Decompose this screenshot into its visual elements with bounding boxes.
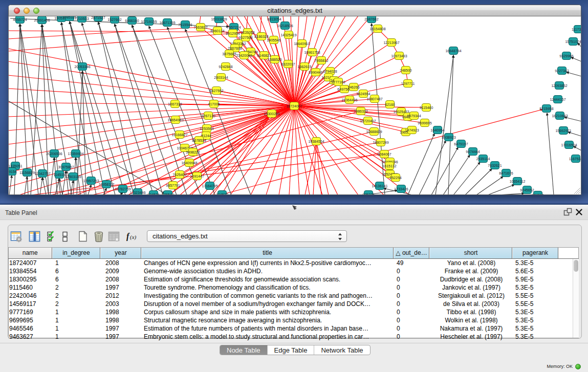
svg-text:3498222: 3498222 [186,150,200,154]
svg-text:8471676: 8471676 [499,171,513,175]
svg-text:17164785: 17164785 [202,184,217,188]
svg-text:8960124: 8960124 [210,29,224,33]
svg-text:2803144: 2803144 [214,76,228,79]
svg-text:19166827: 19166827 [171,133,187,137]
svg-text:f: f [126,232,130,241]
svg-text:9115460: 9115460 [420,106,433,110]
svg-text:19384554: 19384554 [308,140,324,143]
svg-text:9777169: 9777169 [331,80,345,84]
svg-text:8938923: 8938923 [442,136,455,139]
svg-text:1297711: 1297711 [401,82,415,85]
svg-text:16154808: 16154808 [369,27,385,31]
svg-text:39154: 39154 [8,170,17,173]
svg-text:17016504: 17016504 [561,143,577,147]
svg-text:10654112: 10654112 [510,180,526,183]
svg-text:8322037: 8322037 [281,62,295,66]
svg-text:1362615: 1362615 [297,65,311,69]
svg-text:18724007: 18724007 [286,104,302,108]
svg-text:10719155: 10719155 [141,20,157,24]
svg-text:9474444: 9474444 [466,150,480,154]
svg-text:30975867: 30975867 [58,165,74,169]
svg-text:7663822: 7663822 [193,26,207,29]
svg-text:20206536: 20206536 [46,152,62,156]
svg-text:20691406: 20691406 [34,18,50,22]
svg-text:(x): (x) [130,234,137,240]
svg-text:15751074: 15751074 [565,40,581,43]
svg-text:9227342: 9227342 [555,69,569,73]
svg-text:7515546: 7515546 [178,23,192,27]
svg-text:8912954: 8912954 [226,32,239,35]
svg-text:3875685: 3875685 [222,52,236,56]
svg-text:12444157: 12444157 [550,98,565,101]
svg-text:20053346: 20053346 [74,65,90,69]
svg-text:8678533: 8678533 [192,139,206,142]
svg-text:10958117: 10958117 [99,183,115,186]
svg-text:1527602: 1527602 [107,18,121,21]
svg-text:19300285: 19300285 [264,112,279,116]
svg-text:7632621: 7632621 [488,164,502,167]
svg-text:2687682: 2687682 [364,17,378,21]
svg-text:15692971: 15692971 [555,129,571,133]
svg-text:6466160: 6466160 [125,19,139,23]
svg-text:1167534: 1167534 [569,157,581,161]
svg-text:18640910: 18640910 [294,42,310,46]
svg-text:1117342: 1117342 [572,28,581,31]
svg-text:18807249: 18807249 [373,141,388,144]
svg-text:62160: 62160 [385,103,395,106]
svg-text:14325419: 14325419 [280,33,296,37]
svg-text:17957253: 17957253 [83,179,99,183]
svg-text:6479197: 6479197 [454,142,468,146]
svg-text:9699695: 9699695 [418,121,431,125]
svg-text:1691447: 1691447 [190,174,204,178]
svg-text:9242848: 9242848 [219,65,232,69]
svg-text:8990448: 8990448 [309,71,322,74]
svg-text:19218506: 19218506 [277,24,293,28]
svg-text:10807487: 10807487 [366,97,382,101]
svg-text:7210533: 7210533 [75,17,89,20]
svg-text:15720407: 15720407 [360,119,376,123]
svg-text:746266: 746266 [347,85,359,89]
svg-text:9146821: 9146821 [257,54,271,57]
svg-text:1588520: 1588520 [268,58,281,61]
svg-text:8427552: 8427552 [209,89,223,93]
svg-text:19654983: 19654983 [167,118,183,122]
svg-text:1253594: 1253594 [200,127,213,130]
svg-text:12503135: 12503135 [65,175,81,179]
svg-text:4055724: 4055724 [13,18,27,21]
svg-text:9084067: 9084067 [377,152,391,156]
svg-text:16409948: 16409948 [181,161,197,165]
svg-text:1615132: 1615132 [382,164,396,168]
svg-text:3267130: 3267130 [201,114,215,118]
svg-text:2867608: 2867608 [228,47,242,50]
svg-text:1667339: 1667339 [168,102,182,106]
svg-text:7625402: 7625402 [172,173,186,177]
svg-text:21364436: 21364436 [341,98,357,102]
svg-text:9245652: 9245652 [520,188,534,192]
svg-text:12093852: 12093852 [551,84,567,87]
svg-text:9857791: 9857791 [166,184,180,187]
svg-text:1474923: 1474923 [405,128,419,132]
svg-text:9327508: 9327508 [238,36,252,39]
svg-text:7986322: 7986322 [354,110,367,113]
svg-text:7955812: 7955812 [314,59,328,62]
svg-text:16782759: 16782759 [115,187,130,191]
svg-text:252254: 252254 [389,176,401,180]
svg-text:23420046: 23420046 [236,54,252,57]
svg-text:6794028: 6794028 [323,70,337,73]
svg-text:16648784: 16648784 [445,49,461,53]
svg-text:3624554: 3624554 [356,92,370,96]
svg-text:7357224: 7357224 [227,26,241,29]
svg-text:10973493: 10973493 [391,54,407,58]
svg-text:14136141: 14136141 [372,184,387,188]
svg-text:1733426: 1733426 [394,187,408,191]
svg-text:8813054: 8813054 [267,17,281,21]
svg-text:748500: 748500 [400,69,411,72]
svg-text:10961758: 10961758 [304,51,320,54]
svg-text:16033809: 16033809 [211,17,227,21]
svg-text:11156829: 11156829 [19,171,35,174]
svg-text:9329966: 9329966 [559,54,573,58]
svg-text:17359934: 17359934 [68,152,83,156]
svg-text:12323446: 12323446 [129,191,145,194]
svg-text:16671355: 16671355 [159,21,175,25]
svg-text:8186328: 8186328 [254,35,268,38]
